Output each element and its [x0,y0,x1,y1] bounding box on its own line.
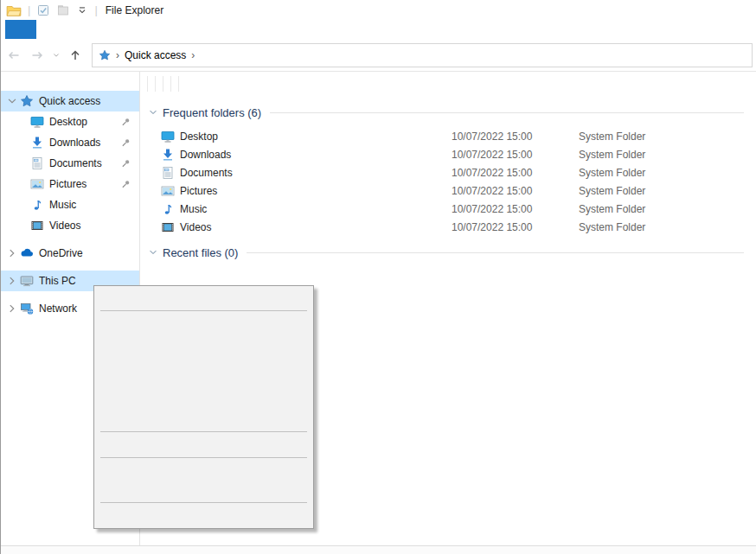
title-bar: | | File Explorer [1,0,756,20]
expander-chevron-icon[interactable] [6,302,18,315]
sidebar-item-icon [30,115,44,129]
pin-icon [120,117,131,128]
qat-customize-icon[interactable] [76,4,88,16]
group-header-label: Frequent folders (6) [163,106,261,119]
file-date-cell: 10/07/2022 15:00 [444,131,572,143]
file-row[interactable]: Music 10/07/2022 15:00 System Folder [140,200,756,218]
file-name: Desktop [180,131,218,143]
breadcrumb[interactable]: Quick access [125,49,186,61]
sidebar-item-label: Music [49,199,76,211]
file-date-cell: 10/07/2022 15:00 [444,203,572,215]
ribbon-tab-bar [1,20,756,39]
address-bar[interactable]: › Quick access › [92,43,753,67]
column-header[interactable] [171,76,179,92]
ribbon-tab[interactable] [5,20,36,39]
sidebar-item-icon [20,302,34,315]
breadcrumb-chevron[interactable]: › [189,49,197,61]
context-menu-item[interactable] [94,391,313,410]
expander-chevron-icon[interactable] [6,275,18,287]
sidebar-item-icon [20,274,34,288]
column-header-row [140,72,756,96]
context-menu-item[interactable] [94,372,313,391]
sidebar-item-label: Quick access [39,95,100,107]
sidebar-item-label: Downloads [49,137,100,149]
sidebar-item-label: Documents [49,157,102,169]
sidebar-item[interactable]: Desktop [1,111,139,132]
pin-icon [120,179,131,190]
back-button[interactable] [3,44,25,67]
expander-chevron-icon[interactable] [6,247,18,259]
file-type-icon [161,184,175,198]
context-menu-item[interactable] [94,315,313,334]
context-menu-item[interactable] [94,436,313,455]
ribbon-tab[interactable] [36,20,62,39]
menu-separator [100,502,307,503]
file-row[interactable]: Videos 10/07/2022 15:00 System Folder [140,218,756,236]
back-arrow-icon [7,48,21,62]
breadcrumb-chevron[interactable]: › [113,49,122,61]
context-menu [93,285,314,529]
sidebar-item-label: This PC [39,275,76,287]
file-name: Music [180,203,207,215]
sidebar-item[interactable]: Documents [1,153,139,174]
sidebar-item-icon [20,246,34,260]
file-name: Downloads [180,149,231,161]
sidebar-item[interactable]: Downloads [1,132,139,153]
column-header[interactable] [163,76,171,92]
context-menu-item[interactable] [94,353,313,372]
context-menu-item[interactable] [94,481,313,500]
file-type-cell: System Folder [572,221,673,233]
sidebar-item[interactable]: Pictures [1,174,139,194]
sidebar-item-label: OneDrive [39,247,83,259]
file-row[interactable]: Documents 10/07/2022 15:00 System Folder [140,163,756,181]
qat-properties-icon[interactable] [36,3,50,17]
sidebar-item[interactable]: Quick access [1,91,139,111]
file-row[interactable]: Desktop 10/07/2022 15:00 System Folder [140,127,756,145]
group-header[interactable]: Recent files (0) [140,243,756,262]
group-collapse-chevron-icon[interactable] [148,247,158,258]
context-menu-item[interactable] [94,289,313,308]
recent-locations-button[interactable] [49,44,63,67]
file-type-icon [161,220,175,234]
menu-separator [100,457,307,458]
context-menu-item[interactable] [94,334,313,353]
sidebar-item[interactable]: Videos [1,215,139,236]
column-header[interactable] [156,76,163,92]
group-collapse-chevron-icon[interactable] [148,107,158,118]
file-type-icon [161,202,175,216]
file-name-cell: Pictures [140,184,373,198]
explorer-logo-icon[interactable] [6,3,22,18]
up-button[interactable] [64,44,86,67]
group-header-label: Recent files (0) [163,246,238,259]
file-name-cell: Documents [140,166,373,180]
qat-new-folder-icon[interactable] [56,3,70,17]
context-menu-item[interactable] [94,462,313,481]
file-row[interactable]: Downloads 10/07/2022 15:00 System Folder [140,145,756,163]
file-name: Videos [180,221,211,233]
sidebar-item-label: Desktop [49,116,87,128]
sidebar-item[interactable]: OneDrive [1,243,139,264]
ribbon-tab[interactable] [88,20,114,39]
sidebar-item[interactable]: Music [1,194,139,215]
expander-chevron-icon[interactable] [6,95,18,107]
column-header[interactable] [140,76,148,92]
sidebar-item-icon [30,156,44,170]
group-header-rule [247,252,744,253]
file-name-cell: Videos [140,220,373,234]
file-name: Pictures [180,185,217,197]
file-explorer-window: | | File Explorer › Quick access › [0,0,756,554]
context-menu-item[interactable] [94,410,313,429]
sidebar-item-icon [20,94,34,108]
sidebar-item-label: Network [39,302,77,315]
quick-access-star-icon[interactable] [99,49,111,61]
forward-button[interactable] [26,44,48,67]
column-header[interactable] [148,76,156,92]
ribbon-tab[interactable] [62,20,88,39]
context-menu-item[interactable] [94,506,313,525]
group-header[interactable]: Frequent folders (6) [140,103,756,122]
file-type-cell: System Folder [572,185,673,197]
menu-separator [100,310,307,311]
file-row[interactable]: Pictures 10/07/2022 15:00 System Folder [140,181,756,200]
window-title: File Explorer [106,4,163,16]
chevron-down-icon [51,50,61,60]
